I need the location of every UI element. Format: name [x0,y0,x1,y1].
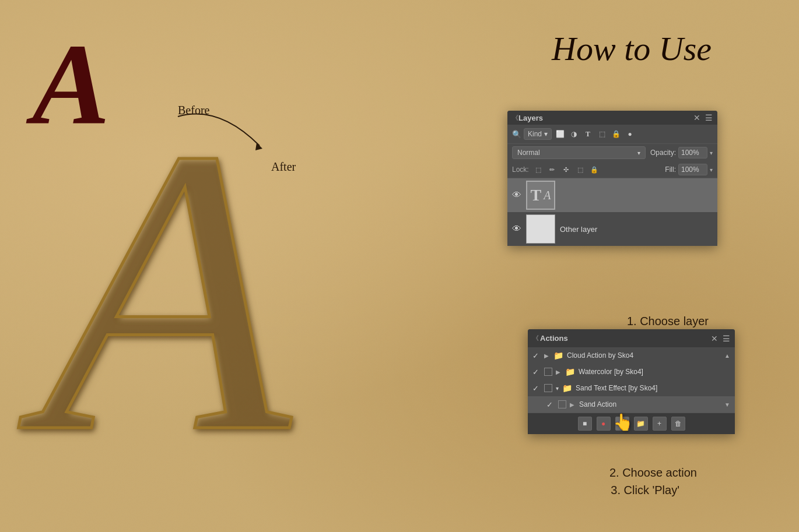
actions-bottom-bar: ■ ● ▶ 👆 📁 + 🗑 [528,413,735,434]
cloud-folder-icon: 📁 [553,351,563,360]
sandtext-square [544,384,552,392]
action-row-cloud[interactable]: ✓ ▶ 📁 Cloud Action by Sko4 ▲ [528,347,735,364]
type-filter-icon[interactable]: T [582,128,594,140]
opacity-label: Opacity: [650,149,676,157]
search-icon: 🔍 [512,130,521,139]
record-button[interactable]: ● [597,417,611,431]
new-action-button[interactable]: + [653,417,667,431]
lock-transparent-icon[interactable]: ⬚ [532,164,544,175]
cursor-hand-icon: 👆 [613,413,633,432]
shape-filter-icon[interactable]: ⬚ [596,128,608,140]
panel-close-icon[interactable]: ✕ [693,113,700,122]
layers-kind-toolbar: 🔍 Kind ▾ ⬜ ◑ T ⬚ 🔒 ● [507,125,717,144]
eye-icon-other-layer[interactable]: 👁 [512,224,521,234]
cloud-check: ✓ [532,351,541,360]
sandaction-name: Sand Action [579,400,721,408]
play-button[interactable]: ▶ 👆 [615,417,629,431]
step3-label: 3. Click 'Play' [611,484,679,497]
new-folder-button[interactable]: 📁 [634,417,648,431]
layers-content: 👁 T A 👁 Other layer [507,178,717,246]
action-row-sand-text[interactable]: ✓ ▾ 📁 Sand Text Effect [by Sko4] [528,380,735,396]
layers-panel-title: Layers [518,114,543,122]
lock-move-icon[interactable]: ✣ [560,164,572,175]
fill-input[interactable]: 100% [678,164,707,175]
opacity-input[interactable]: 100% [678,147,707,158]
kind-dropdown[interactable]: Kind ▾ [524,128,552,140]
actions-menu-icon[interactable]: ☰ [723,334,730,343]
how-to-use-title: How to Use [552,29,712,68]
sand-effect-letter: A [41,117,290,463]
sandaction-check: ✓ [546,400,555,409]
layers-lock-row: Lock: ⬚ ✏ ✣ ⬚ 🔒 Fill: 100% ▾ [507,161,717,178]
adjustment-filter-icon[interactable]: ◑ [568,128,580,140]
lock-all-icon[interactable]: 🔒 [588,164,600,175]
fill-chevron[interactable]: ▾ [710,167,713,173]
actions-titlebar: 《 Actions ✕ ☰ [528,329,735,347]
eye-icon-text-layer[interactable]: 👁 [512,190,521,200]
opacity-chevron[interactable]: ▾ [710,150,713,156]
opacity-control: Opacity: 100% ▾ [650,147,713,158]
watercolor-check: ✓ [532,368,541,376]
step2-label: 2. Choose action [609,466,697,480]
panel-menu-icon[interactable]: ☰ [705,113,713,122]
sandaction-arrow: ▶ [570,401,576,408]
layer-row-text[interactable]: 👁 T A [507,178,717,212]
layers-mode-row: Normal ▾ Opacity: 100% ▾ [507,144,717,161]
sandaction-square [558,400,566,408]
action-row-sand-action[interactable]: ✓ ▶ Sand Action ▼ [528,396,735,413]
layer-row-other[interactable]: 👁 Other layer [507,212,717,246]
cloud-scroll-up: ▲ [724,353,730,359]
watercolor-folder-icon: 📁 [565,367,575,376]
lock-label: Lock: [512,165,529,174]
layer-thumb-text: T A [526,181,555,210]
actions-double-arrow: 《 [532,334,539,343]
fill-label: Fill: [665,165,676,174]
actions-panel: 《 Actions ✕ ☰ ✓ ▶ 📁 Cloud Action by Sko4… [528,329,735,434]
sandtext-folder-icon: 📁 [562,383,572,393]
step1-label: 1. Choose layer [627,315,709,328]
fill-control: Fill: 100% ▾ [665,164,713,175]
delete-button[interactable]: 🗑 [671,417,685,431]
watercolor-square [544,368,552,376]
actions-panel-title: Actions [539,332,569,345]
cloud-action-name: Cloud Action by Sko4 [567,351,721,360]
layer-name-other: Other layer [560,225,597,234]
action-row-watercolor[interactable]: ✓ ▶ 📁 Watercolor [by Sko4] [528,364,735,380]
sandtext-check: ✓ [532,384,541,393]
lock-icons: ⬚ ✏ ✣ ⬚ 🔒 [532,164,600,175]
pixel-filter-icon[interactable]: ⬜ [554,128,566,140]
sandtext-action-name: Sand Text Effect [by Sko4] [576,384,730,392]
text-T-icon: T [531,186,542,205]
cloud-arrow: ▶ [544,353,550,359]
lock-artboards-icon[interactable]: ⬚ [574,164,586,175]
layers-titlebar: 《 Layers ✕ ☰ [507,111,717,125]
layer-filter-icons: ⬜ ◑ T ⬚ 🔒 ● [554,128,636,140]
blend-mode-dropdown[interactable]: Normal ▾ [512,146,646,159]
layer-thumb-other [526,214,555,244]
smart-filter-icon[interactable]: 🔒 [610,128,622,140]
actions-list: ✓ ▶ 📁 Cloud Action by Sko4 ▲ ✓ ▶ 📁 Water… [528,347,735,413]
layers-panel: 《 Layers ✕ ☰ 🔍 Kind ▾ ⬜ ◑ T ⬚ 🔒 ● Normal… [507,111,717,246]
panel-double-arrow: 《 [512,114,518,122]
actions-close-icon[interactable]: ✕ [711,334,718,343]
watercolor-action-name: Watercolor [by Sko4] [579,368,730,376]
sandaction-scroll-down: ▼ [724,401,730,408]
sandtext-expand-arrow[interactable]: ▾ [556,385,559,392]
watercolor-arrow: ▶ [556,369,562,375]
artboard-filter-icon[interactable]: ● [624,128,636,140]
lock-paint-icon[interactable]: ✏ [546,164,558,175]
stop-button[interactable]: ■ [578,417,592,431]
text-A-icon: A [544,189,551,202]
